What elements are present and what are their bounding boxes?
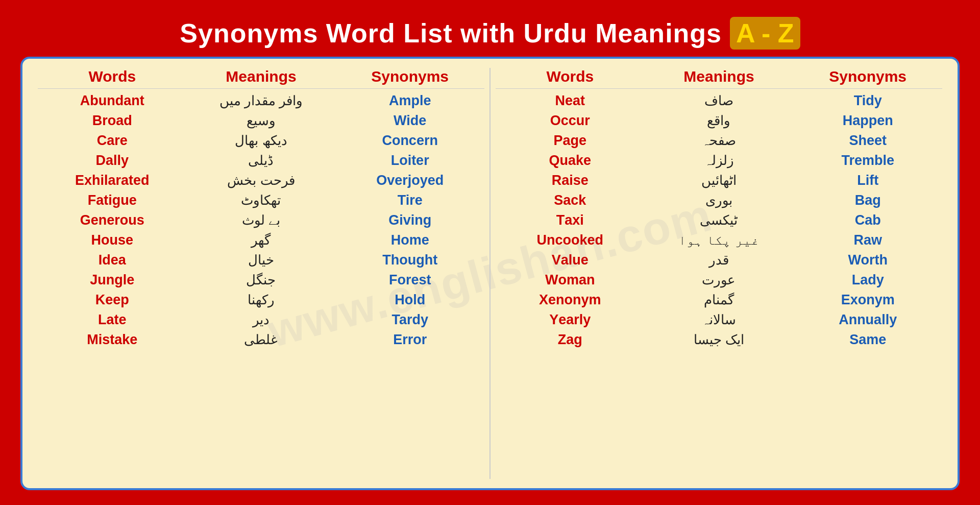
meaning-cell: ٹیکسی [645, 212, 794, 228]
left-table: Words Meanings Synonyms Abundantوافر مقد… [38, 68, 484, 479]
left-col-synonyms: Synonyms [335, 68, 484, 85]
meaning-cell: بے لوث [187, 212, 336, 228]
left-col-words: Words [38, 68, 187, 85]
word-cell: Occur [496, 113, 645, 129]
right-data-rows: NeatصافTidyOccurواقعHappenPageصفحہSheetQ… [496, 91, 942, 350]
table-row: Zagایک جیساSame [496, 330, 942, 350]
synonym-cell: Overjoyed [335, 173, 484, 188]
word-cell: House [38, 232, 187, 248]
title-bar: Synonyms Word List with Urdu Meanings A … [20, 13, 960, 57]
table-row: QuakeزلزلہTremble [496, 151, 942, 171]
meaning-cell: تھکاوٹ [187, 193, 336, 208]
table-row: IdeaخیالThought [38, 250, 484, 270]
word-cell: Xenonym [496, 292, 645, 308]
word-cell: Woman [496, 272, 645, 288]
meaning-cell: جنگل [187, 272, 336, 288]
word-cell: Zag [496, 332, 645, 348]
table-row: WomanعورتLady [496, 270, 942, 290]
word-cell: Exhilarated [38, 173, 187, 188]
word-cell: Page [496, 133, 645, 149]
table-wrapper: Words Meanings Synonyms Abundantوافر مقد… [38, 68, 942, 479]
table-row: RaiseاٹھائیںLift [496, 171, 942, 190]
meaning-cell: گھر [187, 232, 336, 248]
synonym-cell: Tardy [335, 312, 484, 328]
title-az: A - Z [730, 17, 800, 50]
synonym-cell: Error [335, 332, 484, 348]
right-col-synonyms: Synonyms [793, 68, 942, 85]
table-row: YearlyسالانہAnnually [496, 310, 942, 330]
synonym-cell: Raw [793, 232, 942, 248]
word-cell: Abundant [38, 93, 187, 109]
synonym-cell: Home [335, 232, 484, 248]
synonym-cell: Tremble [793, 153, 942, 169]
word-cell: Yearly [496, 312, 645, 328]
table-row: HouseگھرHome [38, 230, 484, 250]
table-row: SackبوریBag [496, 190, 942, 210]
word-cell: Fatigue [38, 193, 187, 208]
meaning-cell: واقع [645, 113, 794, 129]
synonym-cell: Same [793, 332, 942, 348]
synonym-cell: Bag [793, 193, 942, 208]
meaning-cell: عورت [645, 272, 794, 288]
word-cell: Late [38, 312, 187, 328]
synonym-cell: Loiter [335, 153, 484, 169]
synonym-cell: Sheet [793, 133, 942, 149]
table-row: ValueقدرWorth [496, 250, 942, 270]
right-col-words: Words [496, 68, 645, 85]
word-cell: Value [496, 252, 645, 268]
table-row: KeepرکھناHold [38, 290, 484, 310]
table-row: DallyڈیلیLoiter [38, 151, 484, 171]
table-row: TaxiٹیکسیCab [496, 210, 942, 230]
synonym-cell: Concern [335, 133, 484, 149]
page-container: Synonyms Word List with Urdu Meanings A … [10, 8, 970, 498]
word-cell: Taxi [496, 212, 645, 228]
synonym-cell: Wide [335, 113, 484, 129]
main-card: www.englishan.com Words Meanings Synonym… [20, 57, 960, 490]
right-col-meanings: Meanings [645, 68, 794, 85]
synonym-cell: Tire [335, 193, 484, 208]
word-cell: Jungle [38, 272, 187, 288]
table-row: Exhilaratedفرحت بخشOverjoyed [38, 171, 484, 190]
meaning-cell: گمنام [645, 292, 794, 308]
meaning-cell: وسیع [187, 113, 336, 129]
meaning-cell: بوری [645, 193, 794, 208]
meaning-cell: دیکھ بھال [187, 133, 336, 149]
synonym-cell: Annually [793, 312, 942, 328]
meaning-cell: خیال [187, 252, 336, 268]
synonym-cell: Lady [793, 272, 942, 288]
table-divider [489, 68, 491, 479]
synonym-cell: Exonym [793, 292, 942, 308]
left-headers: Words Meanings Synonyms [38, 68, 484, 89]
meaning-cell: اٹھائیں [645, 173, 794, 188]
word-cell: Idea [38, 252, 187, 268]
meaning-cell: ایک جیسا [645, 332, 794, 348]
synonym-cell: Thought [335, 252, 484, 268]
left-col-meanings: Meanings [187, 68, 336, 85]
synonym-cell: Forest [335, 272, 484, 288]
word-cell: Mistake [38, 332, 187, 348]
synonym-cell: Lift [793, 173, 942, 188]
table-row: PageصفحہSheet [496, 131, 942, 151]
meaning-cell: زلزلہ [645, 153, 794, 169]
synonym-cell: Happen [793, 113, 942, 129]
table-row: BroadوسیعWide [38, 111, 484, 131]
word-cell: Sack [496, 193, 645, 208]
synonym-cell: Tidy [793, 93, 942, 109]
table-row: FatigueتھکاوٹTire [38, 190, 484, 210]
word-cell: Neat [496, 93, 645, 109]
word-cell: Care [38, 133, 187, 149]
synonym-cell: Hold [335, 292, 484, 308]
word-cell: Raise [496, 173, 645, 188]
word-cell: Uncooked [496, 232, 645, 248]
table-row: MistakeغلطیError [38, 330, 484, 350]
table-row: OccurواقعHappen [496, 111, 942, 131]
table-row: Abundantوافر مقدار میںAmple [38, 91, 484, 111]
word-cell: Dally [38, 153, 187, 169]
meaning-cell: رکھنا [187, 292, 336, 308]
table-row: Uncookedغیر پکا ہواRaw [496, 230, 942, 250]
meaning-cell: قدر [645, 252, 794, 268]
right-headers: Words Meanings Synonyms [496, 68, 942, 89]
meaning-cell: فرحت بخش [187, 173, 336, 188]
synonym-cell: Cab [793, 212, 942, 228]
word-cell: Keep [38, 292, 187, 308]
